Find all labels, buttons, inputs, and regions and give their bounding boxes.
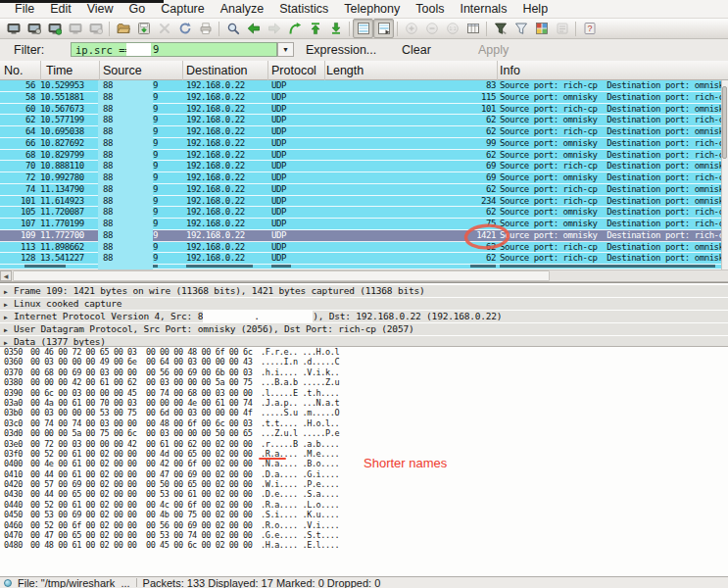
save-file-icon[interactable] — [133, 19, 154, 38]
hex-line-0380[interactable]: 038000 00 00 42 00 61 00 62 00 03 00 00 … — [0, 377, 728, 387]
detail-line-3[interactable]: ▶User Datagram Protocol, Src Port: omnis… — [0, 323, 728, 335]
column-separator[interactable] — [182, 61, 183, 80]
find-packet-icon[interactable] — [222, 19, 243, 38]
zoom-100-icon[interactable]: 1:1 — [442, 19, 462, 38]
menu-internals[interactable]: Internals — [452, 0, 514, 18]
expand-triangle-icon[interactable]: ▶ — [4, 337, 8, 346]
coloring-rules-icon[interactable] — [531, 19, 552, 38]
restart-capture-icon[interactable] — [85, 19, 106, 38]
packet-row-109[interactable]: 10911.7727009192.168.0.22UDP1421Source p… — [0, 230, 722, 242]
print-icon[interactable] — [195, 19, 216, 38]
packet-row-62[interactable]: 6210.5771999192.168.0.22UDP62Source port… — [0, 115, 722, 126]
hex-line-0400[interactable]: 040000 4e 00 61 00 02 00 00 00 42 00 6f … — [0, 459, 728, 468]
stop-capture-icon[interactable] — [65, 19, 85, 38]
packet-row-113[interactable]: 11311.8986629192.168.0.22UDP62Source por… — [0, 242, 722, 254]
list-interfaces-icon[interactable] — [3, 19, 24, 38]
column-separator[interactable] — [497, 61, 498, 80]
column-header-destination[interactable]: Destination — [186, 64, 248, 77]
hex-line-0360[interactable]: 036000 03 00 00 00 49 00 6e 00 64 00 03 … — [0, 357, 728, 367]
column-header-source[interactable]: Source — [103, 64, 142, 77]
expand-triangle-icon[interactable]: ▶ — [4, 312, 8, 323]
hex-line-0420[interactable]: 042000 57 00 69 00 02 00 00 00 50 00 65 … — [0, 479, 728, 489]
hex-line-0470[interactable]: 047000 47 00 65 00 02 00 00 00 53 00 74 … — [0, 530, 728, 540]
hex-line-0450[interactable]: 045000 53 00 69 00 02 00 00 00 4b 00 75 … — [0, 510, 728, 519]
zoom-out-icon[interactable] — [421, 19, 442, 38]
detail-line-1[interactable]: ▶Linux cooked capture — [0, 298, 728, 310]
column-separator[interactable] — [99, 61, 100, 80]
open-file-icon[interactable] — [113, 19, 133, 38]
packet-row-72[interactable]: 7210.9927809192.168.0.22UDP69Source port… — [0, 172, 722, 184]
expand-triangle-icon[interactable]: ▶ — [4, 286, 8, 298]
column-header-info[interactable]: Info — [500, 64, 520, 77]
detail-line-4[interactable]: ▶Data (1377 bytes) — [0, 336, 728, 346]
packet-row-74[interactable]: 7411.1347909192.168.0.22UDP62Source port… — [0, 184, 722, 196]
menu-telephony[interactable]: Telephony — [336, 0, 408, 18]
packet-row-105[interactable]: 10511.7200879192.168.0.22UDP62Source por… — [0, 207, 722, 219]
expand-triangle-icon[interactable]: ▶ — [4, 324, 8, 336]
close-file-icon[interactable] — [154, 19, 174, 38]
go-bottom-icon[interactable] — [325, 19, 346, 38]
hex-line-03b0[interactable]: 03b000 03 00 00 00 53 00 75 00 6d 00 03 … — [0, 408, 728, 417]
packet-row-56[interactable]: 5610.5299539192.168.0.22UDP83Source port… — [0, 80, 722, 92]
menu-analyze[interactable]: Analyze — [213, 0, 271, 18]
capture-options-icon[interactable] — [24, 19, 44, 38]
packet-row-64[interactable]: 6410.6950389192.168.0.22UDP62Source port… — [0, 126, 722, 138]
filter-dropdown-arrow-icon[interactable]: ▼ — [277, 42, 294, 57]
packet-row-58[interactable]: 5810.5518819192.168.0.22UDP115Source por… — [0, 92, 722, 104]
packet-row-68[interactable]: 6810.8297999192.168.0.22UDP62Source port… — [0, 150, 722, 162]
horizontal-scrollbar-thumb[interactable] — [13, 270, 550, 281]
expression-button[interactable]: Expression... — [306, 43, 376, 57]
scroll-left-arrow-icon[interactable]: ◀ — [0, 270, 12, 281]
go-to-packet-icon[interactable] — [284, 19, 305, 38]
hex-line-03a0[interactable]: 03a000 4a 00 61 00 70 00 03 00 00 00 4e … — [0, 398, 728, 408]
hex-line-03d0[interactable]: 03d000 00 00 5a 00 75 00 6c 00 03 00 00 … — [0, 428, 728, 438]
hex-line-0350[interactable]: 035000 46 00 72 00 65 00 03 00 00 00 48 … — [0, 347, 728, 357]
hex-line-0370[interactable]: 037000 68 00 69 00 03 00 00 00 56 00 69 … — [0, 368, 728, 377]
apply-button[interactable]: Apply — [478, 43, 509, 57]
go-back-icon[interactable] — [243, 19, 264, 38]
hex-line-0460[interactable]: 046000 52 00 6f 00 02 00 00 00 56 00 69 … — [0, 520, 728, 530]
packet-row-128[interactable]: 12813.5412279192.168.0.22UDP62Source por… — [0, 253, 722, 265]
detail-line-0[interactable]: ▶Frame 109: 1421 bytes on wire (11368 bi… — [0, 285, 728, 297]
menu-help[interactable]: Help — [514, 0, 556, 18]
menu-statistics[interactable]: Statistics — [271, 0, 336, 18]
hex-line-0430[interactable]: 043000 44 00 65 00 02 00 00 00 53 00 61 … — [0, 489, 728, 499]
hex-line-03c0[interactable]: 03c000 74 00 74 00 03 00 00 00 48 00 6f … — [0, 418, 728, 428]
go-forward-icon[interactable] — [264, 19, 284, 38]
hex-line-0480[interactable]: 048000 48 00 61 00 02 00 00 00 45 00 6c … — [0, 540, 728, 550]
column-separator[interactable] — [267, 61, 268, 80]
hex-line-03e0[interactable]: 03e000 72 00 03 00 00 00 42 00 61 00 62 … — [0, 439, 728, 449]
hex-line-0410[interactable]: 041000 44 00 61 00 02 00 00 00 47 00 69 … — [0, 469, 728, 479]
packet-row-101[interactable]: 10111.6149239192.168.0.22UDP234Source po… — [0, 196, 722, 208]
column-separator[interactable] — [324, 61, 325, 80]
expand-triangle-icon[interactable]: ▶ — [4, 299, 8, 311]
help-icon[interactable]: ? — [579, 19, 600, 38]
hex-line-0440[interactable]: 044000 52 00 61 00 02 00 00 00 4c 00 6f … — [0, 500, 728, 510]
capture-filter-icon[interactable] — [490, 19, 510, 38]
hex-line-0390[interactable]: 039000 6c 00 03 00 00 00 45 00 74 00 68 … — [0, 388, 728, 398]
preferences-icon[interactable] — [552, 19, 572, 38]
filter-label[interactable]: Filter: — [14, 43, 44, 57]
clear-button[interactable]: Clear — [402, 43, 431, 57]
column-separator[interactable] — [40, 61, 41, 80]
hex-line-03f0[interactable]: 03f000 52 00 61 00 02 00 00 00 4d 00 65 … — [0, 449, 728, 459]
packet-row-107[interactable]: 10711.7701999192.168.0.22UDP75Source por… — [0, 219, 722, 230]
reload-icon[interactable] — [174, 19, 195, 38]
auto-scroll-icon[interactable] — [373, 19, 394, 38]
packet-list-scrollbar-thumb[interactable] — [722, 86, 727, 159]
go-top-icon[interactable] — [305, 19, 325, 38]
menu-tools[interactable]: Tools — [408, 0, 452, 18]
zoom-in-icon[interactable] — [401, 19, 421, 38]
column-header-no[interactable]: No. — [4, 64, 23, 77]
packet-row-60[interactable]: 6010.5676739192.168.0.22UDP101Source por… — [0, 104, 722, 116]
packet-row-66[interactable]: 6610.8276929192.168.0.22UDP99Source port… — [0, 138, 722, 150]
expert-info-icon[interactable] — [4, 579, 12, 587]
detail-line-2[interactable]: ▶Internet Protocol Version 4, Src: 8.), … — [0, 311, 728, 322]
display-filter-icon[interactable] — [510, 19, 531, 38]
packet-row-70[interactable]: 7010.8881109192.168.0.22UDP69Source port… — [0, 161, 722, 172]
resize-columns-icon[interactable] — [462, 19, 483, 38]
display-filter-input[interactable]: ip.src == 8 — [71, 42, 277, 57]
column-header-length[interactable]: Length — [326, 64, 364, 77]
column-header-protocol[interactable]: Protocol — [271, 64, 316, 77]
column-header-time[interactable]: Time — [46, 64, 73, 77]
